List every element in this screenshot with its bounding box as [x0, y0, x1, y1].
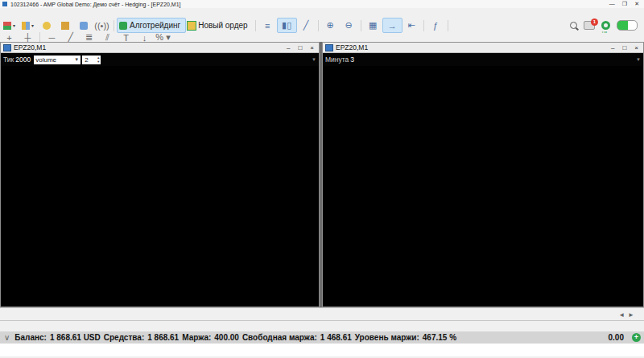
window-minimize-icon[interactable]: –	[287, 44, 290, 51]
connection-toggle[interactable]	[617, 20, 638, 31]
mode-value: 3	[350, 56, 354, 64]
order-row[interactable]	[0, 344, 644, 356]
auto-scroll-icon[interactable]: →	[382, 18, 402, 33]
candle-window-title[interactable]: EPZ20,M1 – □ ×	[323, 43, 643, 53]
window-close-icon[interactable]: ×	[634, 44, 638, 51]
margin-level-label: Уровень маржи:	[355, 333, 419, 342]
chart-tab-bar: ◄►	[0, 307, 644, 321]
add-order-button[interactable]: +	[632, 333, 641, 342]
line-chart-icon[interactable]: ╱	[297, 19, 316, 32]
candle-chart-icon[interactable]: ▮▯	[277, 18, 297, 33]
app-icon	[2, 2, 7, 6]
chart-window-icon	[3, 44, 11, 51]
tile-windows-icon[interactable]: ▦	[364, 19, 382, 32]
margin-level-value: 467.15 %	[423, 333, 456, 342]
close-button[interactable]: ✕	[634, 1, 639, 7]
window-minimize-icon[interactable]: –	[611, 44, 614, 51]
collapse-chevron-icon[interactable]: ∨	[4, 333, 10, 342]
equity-label: Средства:	[104, 333, 144, 342]
candle-chart-toolbar: Минута 3 ▼	[323, 53, 643, 66]
free-margin-value: 1 468.61	[320, 333, 352, 342]
free-margin-label: Свободная маржа:	[242, 333, 317, 342]
orders-panel: ∨ Баланс:1 868.61 USD Средства:1 868.61 …	[0, 320, 644, 358]
candle-chart-window: EPZ20,M1 – □ × Минута 3 ▼	[322, 42, 644, 307]
maximize-button[interactable]: ❐	[622, 1, 627, 7]
margin-label: Маржа:	[182, 333, 211, 342]
balance-row: ∨ Баланс:1 868.61 USD Средства:1 868.61 …	[0, 331, 644, 344]
cluster-chart-window: EPZ20,M1 – □ × Тик 2000 volume▼ 2▲▼ ▼	[0, 42, 320, 307]
menu-bar	[0, 8, 644, 18]
balance-label: Баланс:	[14, 333, 47, 342]
chat-icon[interactable]: 1	[584, 21, 595, 30]
candle-window-title-text: EPZ20,M1	[336, 43, 368, 51]
search-icon[interactable]	[570, 22, 577, 29]
app-title: 102312466 - AMP Global Demo: Демо счёт -…	[10, 2, 181, 7]
scroll-marker-icon[interactable]: ▼	[312, 57, 316, 62]
equity-value: 1 868.61	[147, 333, 179, 342]
indicators-icon[interactable]: ƒ	[427, 19, 445, 32]
cluster-mode-combo[interactable]: volume▼	[34, 56, 80, 64]
chart-shift-icon[interactable]: ⇤	[402, 19, 421, 32]
zoom-in-icon[interactable]: ⊕	[321, 19, 340, 32]
window-maximize-icon[interactable]: □	[298, 44, 302, 51]
cluster-scale-spinner[interactable]: 2▲▼	[82, 56, 101, 64]
trading-terminal: { "app":{"title":"102312466 - AMP Global…	[0, 0, 644, 358]
orders-header-row	[0, 321, 644, 331]
zoom-out-icon[interactable]: ⊖	[340, 19, 358, 32]
bar-chart-icon[interactable]: ≡	[258, 19, 277, 32]
drawing-toolbar: + ┼ ─ ╱ ≣ ⫽ T ↓ % ▾	[0, 33, 644, 42]
cluster-chart-toolbar: Тик 2000 volume▼ 2▲▼ ▼	[1, 53, 319, 66]
window-maximize-icon[interactable]: □	[622, 44, 626, 51]
total-profit-value: 0.00	[609, 333, 624, 342]
mode-value: 2000	[15, 56, 31, 64]
new-order-button[interactable]: Новый ордер	[186, 19, 253, 32]
scroll-marker-icon[interactable]: ▼	[636, 57, 641, 62]
cluster-window-title[interactable]: EPZ20,M1 – □ ×	[1, 43, 319, 53]
balance-value: 1 868.61 USD	[50, 333, 101, 342]
window-close-icon[interactable]: ×	[310, 44, 314, 51]
margin-value: 400.00	[214, 333, 239, 342]
chart-window-icon	[325, 44, 333, 51]
minimize-button[interactable]: —	[609, 1, 615, 7]
mode-label: Минута	[325, 56, 349, 64]
lvl-icon[interactable]: LVL	[601, 21, 610, 30]
app-title-bar: 102312466 - AMP Global Demo: Демо счёт -…	[0, 0, 644, 8]
notification-badge: 1	[591, 19, 598, 26]
mode-label: Тик	[3, 56, 14, 64]
cluster-window-title-text: EPZ20,M1	[14, 43, 46, 51]
tab-scroll-arrows[interactable]: ◄►	[618, 311, 644, 319]
